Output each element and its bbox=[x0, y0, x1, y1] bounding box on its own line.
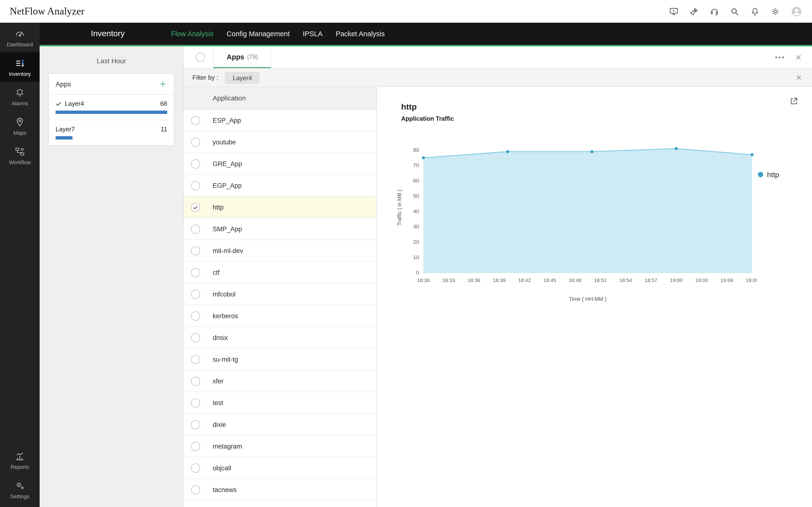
filter-by-label: Filter by : bbox=[192, 74, 218, 81]
sidebar-item-workflow[interactable]: Workflow bbox=[0, 140, 40, 170]
support-headset-icon[interactable] bbox=[710, 6, 719, 16]
table-row[interactable]: ctf bbox=[184, 262, 376, 283]
nav-tab-flow-analysis[interactable]: Flow Analysis bbox=[171, 30, 214, 38]
notifications-bell-icon[interactable] bbox=[750, 6, 760, 16]
table-row[interactable]: kerberos bbox=[184, 305, 376, 327]
more-options-icon[interactable] bbox=[774, 56, 784, 58]
table-row[interactable]: mit-ml-dev bbox=[184, 240, 376, 262]
row-radio[interactable] bbox=[191, 246, 200, 255]
module-tabs: Flow AnalysisConfig ManagementIPSLAPacke… bbox=[171, 30, 385, 38]
search-icon[interactable] bbox=[730, 6, 740, 16]
sidebar-item-settings[interactable]: Settings bbox=[0, 475, 40, 504]
table-chart-split: Application ESP_AppyoutubeGRE_AppEGP_App… bbox=[184, 87, 812, 507]
tab-apps-count: (79) bbox=[247, 53, 258, 60]
table-row[interactable]: tacnews bbox=[184, 479, 376, 501]
nav-tab-ipsla[interactable]: IPSLA bbox=[303, 30, 323, 38]
row-radio[interactable] bbox=[191, 224, 200, 233]
add-filter-icon[interactable] bbox=[158, 80, 167, 89]
table-row[interactable]: xfer bbox=[184, 370, 376, 392]
svg-text:19:00: 19:00 bbox=[670, 277, 683, 283]
filter-item-layer4[interactable]: Layer468 bbox=[49, 95, 174, 120]
tab-apps[interactable]: Apps (79) bbox=[213, 46, 271, 68]
select-all-checkbox[interactable] bbox=[196, 53, 205, 62]
sidebar-item-inventory[interactable]: Inventory bbox=[0, 52, 40, 81]
filter-chip-layer4[interactable]: Layer4 bbox=[225, 72, 260, 84]
row-radio[interactable] bbox=[191, 463, 200, 472]
table-row[interactable]: dixie bbox=[184, 414, 376, 436]
row-radio[interactable] bbox=[191, 442, 200, 451]
row-radio[interactable] bbox=[191, 485, 200, 494]
nav-tab-packet-analysis[interactable]: Packet Analysis bbox=[336, 30, 385, 38]
present-screen-icon[interactable] bbox=[669, 6, 678, 16]
check-icon bbox=[56, 101, 61, 107]
application-rows: ESP_AppyoutubeGRE_AppEGP_ApphttpSMP_Appm… bbox=[184, 110, 376, 507]
apps-filter-card: Apps Layer468Layer711 bbox=[48, 73, 174, 146]
row-checked-radio[interactable] bbox=[191, 203, 200, 212]
application-column-header[interactable]: Application bbox=[184, 87, 376, 110]
table-row[interactable]: dnsix bbox=[184, 327, 376, 349]
svg-text:18:39: 18:39 bbox=[493, 277, 506, 283]
filter-bar: Filter by : Layer4 bbox=[184, 68, 812, 87]
open-in-new-icon[interactable] bbox=[789, 97, 799, 106]
row-radio[interactable] bbox=[191, 268, 200, 277]
dashboard-icon bbox=[14, 29, 25, 39]
svg-text:18:51: 18:51 bbox=[594, 277, 607, 283]
table-row[interactable]: metagram bbox=[184, 436, 376, 457]
row-radio[interactable] bbox=[191, 333, 200, 342]
app-title: NetFlow Analyzer bbox=[10, 5, 84, 17]
filter-item-layer7[interactable]: Layer711 bbox=[49, 120, 174, 139]
row-radio[interactable] bbox=[191, 420, 200, 429]
application-name: objcall bbox=[213, 464, 231, 471]
close-tab-icon[interactable] bbox=[795, 53, 802, 61]
filter-chips: Layer4 bbox=[218, 73, 260, 82]
row-radio[interactable] bbox=[191, 355, 200, 364]
settings-gear-icon[interactable] bbox=[770, 6, 780, 16]
svg-text:40: 40 bbox=[413, 208, 419, 214]
table-row[interactable]: SMP_App bbox=[184, 218, 376, 240]
row-radio[interactable] bbox=[191, 398, 200, 407]
sidebar: DashboardInventoryAlarmsMapsWorkflow Rep… bbox=[0, 23, 40, 507]
svg-text:0: 0 bbox=[416, 270, 419, 276]
application-name: ctf bbox=[213, 269, 220, 276]
sidebar-item-label: Reports bbox=[10, 464, 29, 470]
svg-text:20: 20 bbox=[413, 239, 419, 245]
table-row[interactable]: http bbox=[184, 196, 376, 218]
table-row[interactable]: youtube bbox=[184, 131, 376, 153]
sidebar-item-reports[interactable]: Reports bbox=[0, 445, 40, 475]
row-radio[interactable] bbox=[191, 311, 200, 320]
svg-text:50: 50 bbox=[413, 193, 419, 199]
row-radio[interactable] bbox=[191, 376, 200, 386]
row-radio[interactable] bbox=[191, 289, 200, 299]
application-table: Application ESP_AppyoutubeGRE_AppEGP_App… bbox=[184, 87, 377, 507]
content-row: Last Hour Apps Layer468Layer711 bbox=[40, 46, 812, 507]
sidebar-item-maps[interactable]: Maps bbox=[0, 111, 40, 140]
left-filter-panel: Last Hour Apps Layer468Layer711 bbox=[40, 46, 184, 507]
table-row[interactable]: EGP_App bbox=[184, 175, 376, 196]
table-row[interactable]: GRE_App bbox=[184, 153, 376, 175]
topbar-icons bbox=[669, 6, 802, 17]
time-range-selector[interactable]: Last Hour bbox=[40, 46, 183, 73]
table-row[interactable]: mfcobol bbox=[184, 283, 376, 305]
rocket-icon[interactable] bbox=[689, 6, 699, 16]
row-radio[interactable] bbox=[191, 159, 200, 168]
sidebar-item-dashboard[interactable]: Dashboard bbox=[0, 23, 40, 52]
row-radio[interactable] bbox=[191, 116, 200, 125]
row-radio[interactable] bbox=[191, 137, 200, 147]
svg-text:70: 70 bbox=[413, 162, 419, 168]
nav-tab-config-management[interactable]: Config Management bbox=[227, 30, 290, 38]
table-row[interactable]: su-mit-tg bbox=[184, 349, 376, 370]
row-radio[interactable] bbox=[191, 181, 200, 190]
filter-item-count: 68 bbox=[160, 100, 167, 107]
chart-legend[interactable]: http bbox=[758, 170, 779, 179]
sidebar-nav-bottom: ReportsSettings bbox=[0, 445, 40, 507]
table-row[interactable]: test bbox=[184, 392, 376, 414]
tab-apps-label: Apps bbox=[227, 53, 244, 61]
user-avatar[interactable] bbox=[791, 6, 802, 17]
svg-text:18:42: 18:42 bbox=[518, 277, 531, 283]
table-row[interactable]: objcall bbox=[184, 457, 376, 479]
legend-label: http bbox=[767, 170, 779, 179]
sidebar-item-alarms[interactable]: Alarms bbox=[0, 81, 40, 111]
table-row[interactable]: ESP_App bbox=[184, 110, 376, 131]
clear-filter-icon[interactable] bbox=[795, 74, 802, 81]
application-name: dixie bbox=[213, 421, 226, 428]
